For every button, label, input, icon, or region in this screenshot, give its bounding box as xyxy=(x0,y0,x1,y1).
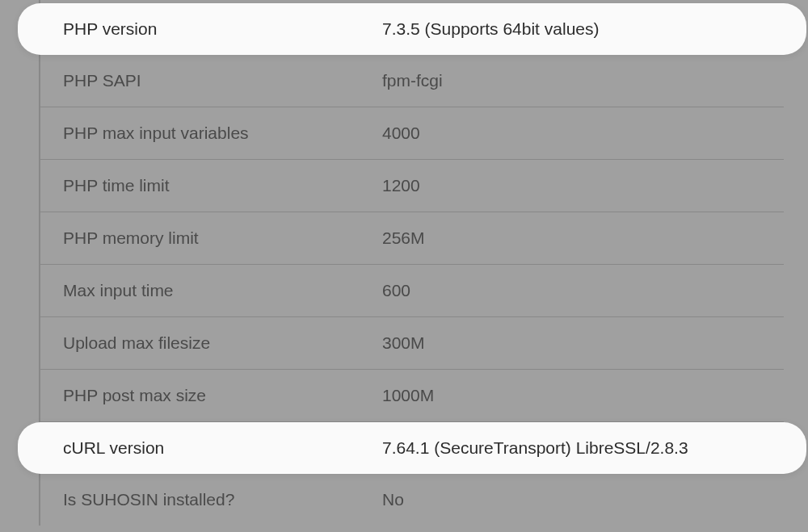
table-row: PHP time limit 1200 xyxy=(40,160,784,212)
row-value: 600 xyxy=(382,281,761,300)
row-value: 1200 xyxy=(382,176,761,195)
table-row: Is SUHOSIN installed? No xyxy=(40,474,784,526)
table-row: cURL version 7.64.1 (SecureTransport) Li… xyxy=(18,422,806,474)
row-value: fpm-fcgi xyxy=(382,71,761,90)
table-row: Max input time 600 xyxy=(40,265,784,317)
row-value: 300M xyxy=(382,333,761,353)
row-value: 4000 xyxy=(382,124,761,143)
row-label: PHP max input variables xyxy=(63,124,382,143)
row-label: PHP SAPI xyxy=(63,71,382,90)
table-row: Upload max filesize 300M xyxy=(40,317,784,370)
row-label: Upload max filesize xyxy=(63,333,382,353)
row-value: 256M xyxy=(382,228,761,248)
row-label: Max input time xyxy=(63,281,382,300)
table-row: PHP max input variables 4000 xyxy=(40,107,784,160)
row-label: PHP post max size xyxy=(63,386,382,405)
row-label: PHP memory limit xyxy=(63,228,382,248)
row-label: Is SUHOSIN installed? xyxy=(63,490,382,509)
row-value: 1000M xyxy=(382,386,761,405)
table-row: PHP version 7.3.5 (Supports 64bit values… xyxy=(18,3,806,55)
row-label: PHP time limit xyxy=(63,176,382,195)
row-label: cURL version xyxy=(63,438,382,458)
table-body: PHP version 7.3.5 (Supports 64bit values… xyxy=(40,0,784,526)
row-value: 7.64.1 (SecureTransport) LibreSSL/2.8.3 xyxy=(382,438,761,458)
table-row: PHP SAPI fpm-fcgi xyxy=(40,55,784,107)
system-info-table: PHP version 7.3.5 (Supports 64bit values… xyxy=(0,0,808,526)
table-row: PHP post max size 1000M xyxy=(40,370,784,422)
table-row: PHP memory limit 256M xyxy=(40,212,784,265)
row-value: No xyxy=(382,490,761,509)
row-value: 7.3.5 (Supports 64bit values) xyxy=(382,19,761,39)
row-label: PHP version xyxy=(63,19,382,39)
